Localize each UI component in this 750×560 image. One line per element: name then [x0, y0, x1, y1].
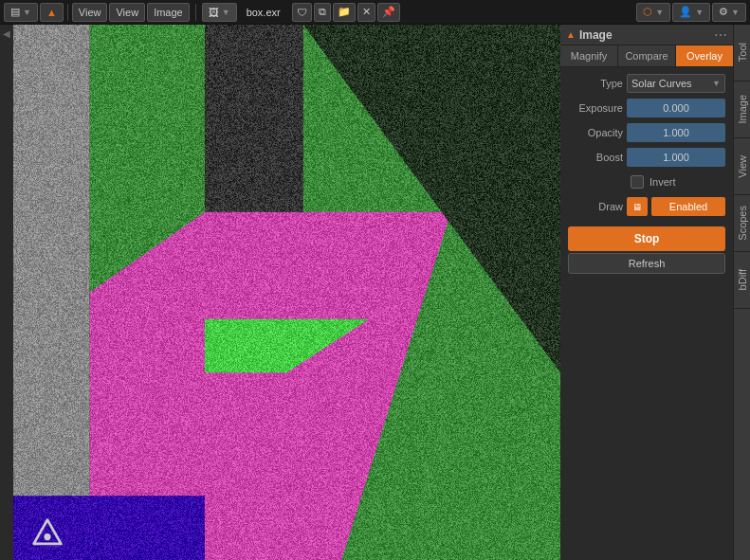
main-content: ◀ ▲ Image ⋯ Magnify	[0, 25, 750, 560]
sidebar-item-scopes[interactable]: Scopes	[734, 195, 750, 252]
type-chevron-icon: ▼	[712, 79, 721, 88]
invert-row: Invert	[568, 172, 725, 192]
viewport[interactable]	[13, 25, 560, 560]
invert-checkbox[interactable]	[631, 175, 644, 189]
folder-btn[interactable]: 📁	[333, 3, 356, 22]
topbar: ▤ ▼ ▲ View View Image 🖼 ▼ box.exr 🛡 ⧉ 📁	[0, 0, 750, 25]
render-icon: ⬡	[643, 6, 652, 18]
copy-btn[interactable]: ⧉	[314, 3, 331, 22]
topbar-left-group: ▤ ▼ ▲ View View Image	[4, 3, 190, 22]
image-menu-label: Image	[154, 7, 183, 18]
view-label: View	[79, 7, 101, 18]
opacity-field[interactable]: 1.000	[627, 123, 725, 142]
shield-btn[interactable]: 🛡	[292, 3, 312, 22]
panel-triangle-icon: ▲	[566, 29, 576, 40]
render-icon-btn[interactable]: ⬡ ▼	[636, 3, 670, 22]
settings-icon-btn[interactable]: ⚙ ▼	[712, 3, 746, 22]
sidebar-item-bdiff[interactable]: bDiff	[734, 252, 750, 309]
type-label: Type	[568, 78, 623, 89]
folder-icon: 📁	[338, 6, 351, 18]
draw-icon-btn[interactable]: 🖥	[627, 197, 648, 216]
image-viewer-icon-btn[interactable]: 🖼 ▼	[202, 3, 237, 22]
chevron-r3: ▼	[731, 8, 740, 17]
sidebar-item-view[interactable]: View	[734, 138, 750, 195]
triangle-icon: ▲	[46, 7, 57, 18]
invert-label: Invert	[649, 176, 676, 188]
view-menu-btn[interactable]: View	[72, 3, 108, 22]
exposure-label: Exposure	[568, 102, 623, 114]
settings-icon: ⚙	[719, 6, 728, 18]
chevron-down-icon: ▼	[23, 8, 31, 17]
chevron-r2: ▼	[695, 8, 704, 17]
tab-compare[interactable]: Compare	[618, 45, 676, 66]
opacity-label: Opacity	[568, 127, 623, 138]
topbar-right-icons: ⬡ ▼ 👤 ▼ ⚙ ▼	[636, 3, 746, 22]
tab-overlay[interactable]: Overlay	[676, 45, 733, 66]
view2-label: View	[116, 7, 138, 18]
panel-tabs: Magnify Compare Overlay	[560, 45, 733, 67]
user-icon: 👤	[679, 6, 692, 18]
type-select[interactable]: Solar Curves ▼	[627, 74, 725, 93]
shield-icon: 🛡	[297, 7, 307, 18]
topbar-action-icons: 🛡 ⧉ 📁 ✕ 📌	[292, 3, 400, 22]
side-tabs: Tool Image View Scopes bDiff	[733, 25, 750, 560]
chevron-r1: ▼	[655, 8, 664, 17]
exposure-row: Exposure 0.000	[568, 98, 725, 118]
editor-type-btn[interactable]: ▤ ▼	[4, 3, 38, 22]
filename: box.exr	[241, 7, 286, 18]
separator-2	[195, 4, 196, 21]
panel-options-dots[interactable]: ⋯	[714, 27, 727, 43]
left-gutter: ◀	[0, 25, 13, 560]
pin-btn[interactable]: 📌	[377, 3, 400, 22]
tab-magnify[interactable]: Magnify	[560, 45, 618, 66]
viewer-icon: 🖼	[209, 7, 219, 18]
grid-icon: ▤	[10, 6, 20, 18]
copy-icon: ⧉	[319, 6, 326, 18]
panel-body: Type Solar Curves ▼ Exposure 0.000 Opaci…	[560, 67, 733, 223]
left-arrow-icon[interactable]: ◀	[3, 28, 10, 39]
right-panel: ▲ Image ⋯ Magnify Compare Overlay	[560, 25, 733, 560]
sidebar-item-tool[interactable]: Tool	[734, 25, 750, 81]
boost-row: Boost 1.000	[568, 147, 725, 168]
draw-enabled-btn[interactable]: Enabled	[651, 197, 725, 216]
close-icon: ✕	[362, 6, 371, 18]
draw-label: Draw	[568, 201, 623, 212]
chevron-small: ▼	[222, 8, 230, 17]
refresh-button[interactable]: Refresh	[568, 253, 725, 274]
image-menu-btn[interactable]: Image	[147, 3, 190, 22]
exposure-field[interactable]: 0.000	[627, 99, 725, 117]
panel-title: Image	[579, 28, 710, 42]
svg-point-1	[44, 533, 50, 540]
draw-row: Draw 🖥 Enabled	[568, 196, 725, 217]
image-panel: ▲ Image ⋯ Magnify Compare Overlay	[560, 25, 733, 560]
blender-logo	[30, 516, 61, 547]
boost-field[interactable]: 1.000	[627, 148, 725, 167]
separator-1	[67, 4, 68, 21]
user-icon-btn[interactable]: 👤 ▼	[672, 3, 710, 22]
stop-button[interactable]: Stop	[568, 226, 725, 251]
opacity-row: Opacity 1.000	[568, 122, 725, 143]
panel-header: ▲ Image ⋯	[560, 25, 733, 45]
type-value: Solar Curves	[631, 78, 692, 89]
boost-label: Boost	[568, 152, 623, 163]
pin-icon: 📌	[382, 6, 395, 18]
blender-triangle-btn[interactable]: ▲	[40, 3, 64, 22]
sidebar-item-image[interactable]: Image	[734, 81, 750, 138]
view2-menu-btn[interactable]: View	[109, 3, 145, 22]
close-btn[interactable]: ✕	[357, 3, 375, 22]
type-row: Type Solar Curves ▼	[568, 73, 725, 94]
viewport-canvas	[13, 25, 560, 560]
draw-screen-icon: 🖥	[632, 202, 642, 212]
